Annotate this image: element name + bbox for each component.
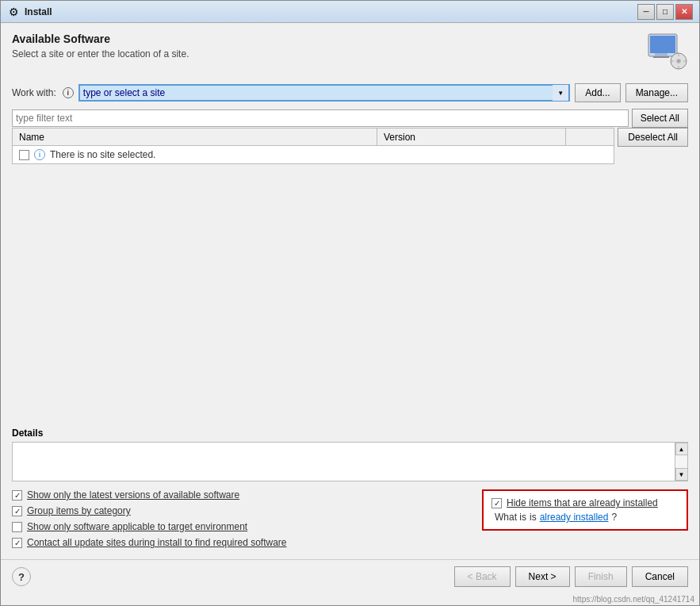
col-name-header: Name: [13, 128, 377, 145]
details-section: Details ▲ ▼: [12, 428, 688, 481]
option-label-1[interactable]: Show only the latest versions of availab…: [27, 489, 239, 501]
options-right: Hide items that are already installed Wh…: [482, 489, 688, 553]
svg-point-6: [678, 60, 679, 62]
option-checkbox-2[interactable]: [12, 506, 22, 516]
scroll-down-arrow[interactable]: ▼: [675, 468, 688, 481]
close-button[interactable]: ✕: [675, 4, 693, 20]
select-all-button[interactable]: Select All: [632, 109, 688, 128]
svg-rect-3: [653, 56, 669, 58]
details-scrollbar: ▲ ▼: [675, 443, 687, 481]
what-is-text: What is: [495, 512, 526, 523]
hide-checkbox[interactable]: [492, 498, 502, 508]
svg-rect-1: [650, 36, 675, 53]
table-header: Name Version: [13, 128, 614, 146]
row-checkbox[interactable]: [19, 150, 29, 160]
hide-box: Hide items that are already installed Wh…: [482, 489, 688, 531]
minimize-button[interactable]: ─: [637, 4, 655, 20]
work-with-row: Work with: i ▼ Add... Manage...: [12, 83, 688, 102]
row-text: There is no site selected.: [50, 149, 155, 160]
finish-button[interactable]: Finish: [575, 566, 627, 587]
scroll-up-arrow[interactable]: ▲: [675, 443, 688, 455]
table-area: Name Version i There is no site selected…: [12, 128, 688, 424]
option-label-3[interactable]: Show only software applicable to target …: [27, 521, 247, 532]
details-label: Details: [12, 428, 688, 439]
header-text: Available Software Select a site or ente…: [12, 33, 641, 59]
window-title: Install: [25, 6, 637, 17]
info-icon: i: [63, 87, 74, 98]
titlebar-buttons: ─ □ ✕: [637, 4, 693, 20]
footer-buttons: < Back Next > Finish Cancel: [454, 566, 688, 587]
titlebar: ⚙ Install ─ □ ✕: [1, 1, 699, 23]
options-left: Show only the latest versions of availab…: [12, 489, 466, 553]
install-window: ⚙ Install ─ □ ✕ Available Software Selec…: [0, 0, 700, 606]
maximize-button[interactable]: □: [656, 4, 674, 20]
main-content: Available Software Select a site or ente…: [1, 23, 699, 559]
option-checkbox-3[interactable]: [12, 522, 22, 532]
header-icon: [647, 33, 688, 74]
option-item-1: Show only the latest versions of availab…: [12, 489, 466, 501]
table-row: i There is no site selected.: [13, 146, 614, 163]
details-content: [13, 443, 675, 481]
watermark: https://blog.csdn.net/qq_41241714: [1, 593, 699, 605]
deselect-all-button[interactable]: Deselect All: [618, 128, 688, 147]
page-title: Available Software: [12, 33, 641, 45]
what-is-question: ?: [611, 512, 617, 523]
add-button[interactable]: Add...: [575, 83, 620, 102]
col-extra-header: [566, 128, 614, 145]
hide-label[interactable]: Hide items that are already installed: [507, 497, 658, 508]
software-table: Name Version i There is no site selected…: [12, 128, 614, 164]
right-action-buttons: Deselect All: [618, 128, 688, 147]
details-box: ▲ ▼: [12, 442, 688, 481]
option-item-4: Contact all update sites during install …: [12, 537, 466, 548]
what-is-row: What is is already installed ?: [492, 512, 679, 523]
row-info-icon: i: [34, 149, 45, 160]
option-label-2[interactable]: Group items by category: [27, 505, 131, 516]
option-item-3: Show only software applicable to target …: [12, 521, 466, 532]
hide-option-row: Hide items that are already installed: [492, 497, 679, 508]
option-label-4[interactable]: Contact all update sites during install …: [27, 537, 287, 548]
what-is-is: is: [530, 512, 537, 523]
window-icon: ⚙: [7, 6, 20, 18]
work-with-label: Work with:: [12, 87, 56, 98]
options-section: Show only the latest versions of availab…: [12, 489, 688, 553]
already-installed-link[interactable]: already installed: [540, 512, 609, 523]
option-checkbox-4[interactable]: [12, 538, 22, 548]
filter-row: Select All: [12, 109, 688, 128]
next-button[interactable]: Next >: [515, 566, 570, 587]
manage-button[interactable]: Manage...: [625, 83, 688, 102]
site-input-wrapper: ▼: [78, 84, 570, 102]
cancel-button[interactable]: Cancel: [632, 566, 688, 587]
col-version-header: Version: [377, 128, 566, 145]
dropdown-button[interactable]: ▼: [553, 85, 568, 101]
site-input[interactable]: [80, 86, 553, 100]
option-item-2: Group items by category: [12, 505, 466, 516]
header-section: Available Software Select a site or ente…: [12, 33, 688, 74]
option-checkbox-1[interactable]: [12, 490, 22, 501]
svg-rect-2: [655, 53, 667, 56]
footer: ? < Back Next > Finish Cancel: [1, 559, 699, 593]
filter-input[interactable]: [12, 109, 629, 127]
back-button[interactable]: < Back: [454, 566, 511, 587]
page-subtitle: Select a site or enter the location of a…: [12, 48, 641, 59]
help-button[interactable]: ?: [12, 567, 31, 586]
table-body: i There is no site selected.: [13, 146, 614, 163]
